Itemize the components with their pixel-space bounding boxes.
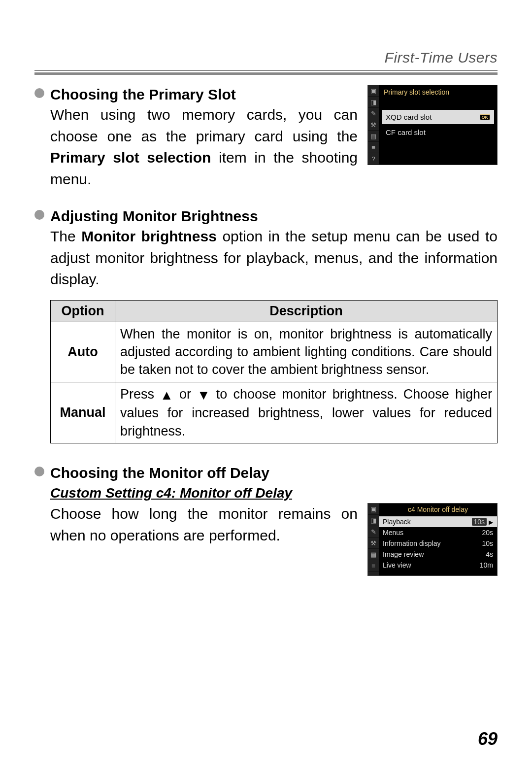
brightness-text: The Monitor brightness option in the set… xyxy=(50,226,498,290)
playback-icon: ▣ xyxy=(368,85,379,97)
cam-item-xqd: XQD card slot OK xyxy=(382,110,494,124)
custom-setting-subhead: Custom Setting c4: Monitor off Delay xyxy=(50,485,498,501)
bullet-icon xyxy=(34,88,44,98)
page-header: First-Time Users xyxy=(34,49,498,66)
camera-menu-icons: ▣ ◨ ✎ ⚒ ▤ ≡ ? xyxy=(368,85,379,165)
cam-item-cf: CF card slot xyxy=(382,125,494,139)
cam-row-menus: Menus 20s xyxy=(379,527,497,538)
bullet-icon xyxy=(34,210,44,220)
up-triangle-icon: ▲ xyxy=(160,386,173,404)
wrench-icon: ⚒ xyxy=(368,119,379,131)
th-option: Option xyxy=(51,300,115,322)
cam-title: c4 Monitor off delay xyxy=(379,505,497,516)
pencil-icon: ✎ xyxy=(368,526,379,538)
help-icon: ? xyxy=(368,153,379,165)
myMenu-icon: ≡ xyxy=(368,560,379,572)
header-divider xyxy=(34,70,498,75)
bullet-icon xyxy=(34,467,44,476)
desc-manual: Press ▲ or ▼ to choose monitor brightnes… xyxy=(115,382,498,443)
cam-row-image-review: Image review 4s xyxy=(379,549,497,560)
retouch-icon: ▤ xyxy=(368,549,379,560)
camera-menu-icons: ▣ ◨ ✎ ⚒ ▤ ≡ xyxy=(368,504,379,575)
cam-row-live-view: Live view 10m xyxy=(379,560,497,571)
primary-slot-text: When using two memory cards, you can cho… xyxy=(50,104,358,190)
cam-row-info-display: Information display 10s xyxy=(379,538,497,549)
section-monitor-off: Choosing the Monitor off Delay Custom Se… xyxy=(34,463,498,576)
ok-badge: OK xyxy=(480,114,491,120)
option-auto: Auto xyxy=(51,322,115,382)
table-row: Auto When the monitor is on, monitor bri… xyxy=(51,322,498,382)
cam-title: Primary slot selection xyxy=(382,87,494,101)
section-primary-slot: Choosing the Primary Slot When using two… xyxy=(34,85,498,190)
section-title-brightness: Adjusting Monitor Brightness xyxy=(50,206,258,226)
camera-screenshot-primary-slot: ▣ ◨ ✎ ⚒ ▤ ≡ ? Primary slot selection XQD… xyxy=(367,85,498,165)
down-triangle-icon: ▼ xyxy=(197,386,210,404)
monitor-off-text: Choose how long the monitor remains on w… xyxy=(50,503,358,546)
section-brightness: Adjusting Monitor Brightness The Monitor… xyxy=(34,206,498,443)
camera-icon: ◨ xyxy=(368,97,379,108)
myMenu-icon: ≡ xyxy=(368,142,379,153)
section-title-primary-slot: Choosing the Primary Slot xyxy=(50,85,236,104)
right-arrow-icon: ▶ xyxy=(489,519,493,526)
cam-row-playback: Playback 10s ▶ xyxy=(379,516,497,527)
table-header-row: Option Description xyxy=(51,300,498,322)
brightness-table: Option Description Auto When the monitor… xyxy=(50,300,498,444)
playback-icon: ▣ xyxy=(368,504,379,515)
pencil-icon: ✎ xyxy=(368,108,379,119)
desc-auto: When the monitor is on, monitor brightne… xyxy=(115,322,498,382)
page-number: 69 xyxy=(478,729,498,749)
retouch-icon: ▤ xyxy=(368,131,379,142)
wrench-icon: ⚒ xyxy=(368,538,379,549)
option-manual: Manual xyxy=(51,382,115,443)
camera-screenshot-monitor-off: ▣ ◨ ✎ ⚒ ▤ ≡ c4 Monitor off delay Playbac… xyxy=(367,503,498,576)
section-title-monitor-off: Choosing the Monitor off Delay xyxy=(50,463,269,482)
table-row: Manual Press ▲ or ▼ to choose monitor br… xyxy=(51,382,498,443)
manual-page: First-Time Users Choosing the Primary Sl… xyxy=(0,0,532,774)
camera-icon: ◨ xyxy=(368,515,379,526)
th-description: Description xyxy=(115,300,498,322)
